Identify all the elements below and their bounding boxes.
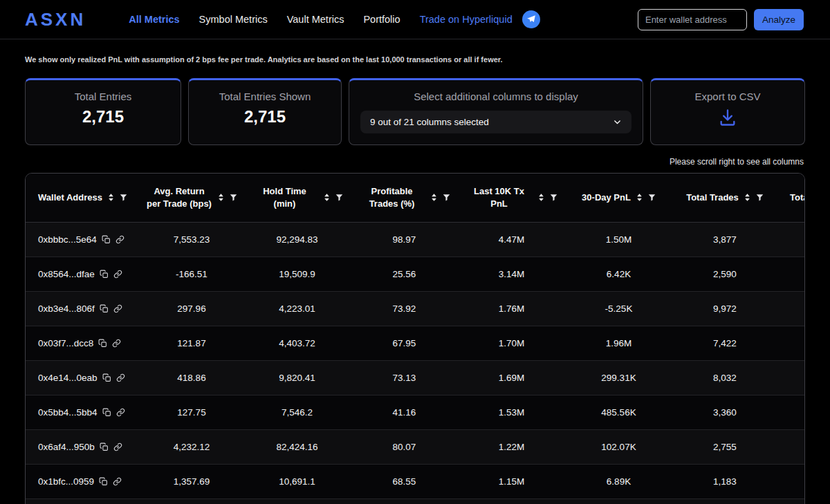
column-header-label: 30-Day PnL bbox=[582, 192, 631, 204]
nav-link-vault-metrics[interactable]: Vault Metrics bbox=[287, 14, 344, 25]
external-link-icon[interactable] bbox=[116, 373, 125, 382]
external-link-icon[interactable] bbox=[113, 270, 122, 279]
column-header: Avg. Return per Trade (bps) bbox=[140, 174, 243, 222]
disclaimer-text: We show only realized PnL with assumptio… bbox=[25, 55, 805, 64]
wallet-address: 0x5bb4...5bb4 bbox=[38, 407, 98, 418]
chevron-down-icon bbox=[613, 118, 622, 127]
column-header: Hold Time (min) bbox=[243, 174, 351, 222]
metrics-table: Wallet Address Avg. Return per Trade (bp… bbox=[25, 173, 805, 504]
column-header-label: Avg. Return per Trade (bps) bbox=[146, 185, 212, 209]
total-entries-value: 2,715 bbox=[37, 107, 169, 127]
external-link-icon[interactable] bbox=[113, 304, 122, 313]
export-csv-label: Export to CSV bbox=[662, 91, 793, 102]
nav-link-portfolio[interactable]: Portfolio bbox=[363, 14, 400, 25]
summary-cards: Total Entries 2,715 Total Entries Shown … bbox=[25, 78, 805, 145]
copy-icon[interactable] bbox=[102, 408, 111, 417]
copy-icon[interactable] bbox=[98, 339, 107, 348]
table-row[interactable]: 0x1bfc...0959 1,357.6910,691.168.55 1.15… bbox=[26, 464, 805, 498]
wallet-address: 0x6af4...950b bbox=[38, 442, 95, 452]
table-row[interactable]: 0x5bb4...5bb4 127.757,546.241.16 1.53M48… bbox=[26, 395, 805, 429]
column-header-label: Tota bbox=[790, 192, 805, 204]
sort-arrows-icon[interactable] bbox=[217, 193, 225, 202]
funnel-icon[interactable] bbox=[335, 194, 343, 201]
column-header-label: Profitable Trades (%) bbox=[359, 185, 425, 209]
column-select-label: Select additional columns to display bbox=[360, 91, 631, 102]
column-header: Profitable Trades (%) bbox=[351, 174, 458, 222]
nav-links: All Metrics Symbol Metrics Vault Metrics… bbox=[129, 14, 512, 25]
copy-icon[interactable] bbox=[100, 304, 109, 313]
wallet-address: 0xbbbc...5e64 bbox=[38, 234, 97, 245]
copy-icon[interactable] bbox=[102, 235, 111, 244]
sort-arrows-icon[interactable] bbox=[107, 193, 115, 202]
funnel-icon[interactable] bbox=[443, 194, 450, 201]
table-header-row: Wallet Address Avg. Return per Trade (bp… bbox=[26, 174, 805, 222]
funnel-icon[interactable] bbox=[550, 194, 557, 201]
external-link-icon[interactable] bbox=[116, 408, 125, 417]
column-header: Tota bbox=[777, 174, 805, 222]
column-header: 30-Day PnL bbox=[565, 174, 672, 222]
wallet-address-input[interactable] bbox=[638, 9, 747, 30]
table-row[interactable]: 0x8564...dfae -166.5119,509.925.56 3.14M… bbox=[26, 256, 805, 291]
external-link-icon[interactable] bbox=[116, 235, 124, 244]
paper-plane-icon bbox=[526, 15, 536, 24]
nav-link-all-metrics[interactable]: All Metrics bbox=[129, 14, 179, 25]
wallet-address: 0x03f7...dcc8 bbox=[38, 338, 93, 348]
table-row[interactable]: 0x6af4...950b 4,232.1282,424.1680.07 1.2… bbox=[26, 429, 805, 464]
total-entries-shown-value: 2,715 bbox=[200, 107, 330, 127]
top-navbar: ASXN All Metrics Symbol Metrics Vault Me… bbox=[0, 0, 830, 39]
table-row[interactable]: 0x4e14...0eab 418.869,820.4173.13 1.69M2… bbox=[26, 360, 805, 395]
scroll-right-hint: Please scroll right to see all columns bbox=[26, 157, 804, 167]
funnel-icon[interactable] bbox=[756, 194, 764, 201]
wallet-address: 0xb3e4...806f bbox=[38, 304, 95, 314]
total-entries-shown-label: Total Entries Shown bbox=[200, 91, 330, 102]
table-body: 0xbbbc...5e64 7,553.2392,294.8398.97 4.4… bbox=[26, 222, 805, 504]
copy-icon[interactable] bbox=[99, 477, 108, 486]
copy-icon[interactable] bbox=[100, 442, 109, 451]
external-link-icon[interactable] bbox=[113, 477, 122, 486]
total-entries-shown-card: Total Entries Shown 2,715 bbox=[188, 78, 342, 145]
sort-arrows-icon[interactable] bbox=[537, 193, 545, 202]
sort-arrows-icon[interactable] bbox=[323, 193, 331, 202]
sort-arrows-icon[interactable] bbox=[744, 193, 751, 202]
wallet-address: 0x4e14...0eab bbox=[38, 373, 98, 383]
wallet-address: 0x1bfc...0959 bbox=[38, 476, 94, 487]
columns-dropdown-value: 9 out of 21 columns selected bbox=[370, 117, 489, 127]
table-row-partial bbox=[26, 498, 805, 504]
asxn-logo[interactable]: ASXN bbox=[25, 9, 86, 30]
column-header-label: Hold Time (min) bbox=[252, 185, 318, 209]
total-entries-label: Total Entries bbox=[37, 91, 169, 102]
nav-link-trade-on-hyperliquid[interactable]: Trade on Hyperliquid bbox=[420, 14, 513, 25]
funnel-icon[interactable] bbox=[230, 194, 237, 201]
external-link-icon[interactable] bbox=[112, 339, 121, 348]
column-header: Total Trades bbox=[672, 174, 777, 222]
column-header: Last 10K Tx PnL bbox=[458, 174, 565, 222]
navbar-right: Analyze bbox=[638, 9, 804, 30]
column-header-label: Wallet Address bbox=[38, 192, 102, 204]
wallet-address: 0x8564...dfae bbox=[38, 269, 95, 279]
columns-dropdown[interactable]: 9 out of 21 columns selected bbox=[360, 111, 631, 133]
table-row[interactable]: 0xbbbc...5e64 7,553.2392,294.8398.97 4.4… bbox=[26, 222, 805, 256]
sort-arrows-icon[interactable] bbox=[430, 193, 438, 202]
copy-icon[interactable] bbox=[102, 373, 111, 382]
copy-icon[interactable] bbox=[100, 270, 109, 279]
nav-link-symbol-metrics[interactable]: Symbol Metrics bbox=[199, 14, 268, 25]
column-header-label: Total Trades bbox=[686, 192, 739, 204]
sort-arrows-icon[interactable] bbox=[636, 193, 643, 202]
external-link-icon[interactable] bbox=[113, 442, 122, 451]
funnel-icon[interactable] bbox=[120, 194, 127, 201]
column-header-label: Last 10K Tx PnL bbox=[466, 185, 533, 209]
total-entries-card: Total Entries 2,715 bbox=[25, 78, 181, 145]
export-csv-card[interactable]: Export to CSV bbox=[650, 78, 805, 145]
table-row[interactable]: 0x03f7...dcc8 121.874,403.7267.95 1.70M1… bbox=[26, 326, 805, 360]
funnel-icon[interactable] bbox=[648, 194, 656, 201]
column-select-card: Select additional columns to display 9 o… bbox=[349, 78, 643, 145]
telegram-icon[interactable] bbox=[522, 10, 540, 28]
analyze-button[interactable]: Analyze bbox=[754, 9, 804, 30]
column-header: Wallet Address bbox=[26, 174, 140, 222]
download-icon[interactable] bbox=[718, 108, 737, 127]
table-row[interactable]: 0xb3e4...806f 297.964,223.0173.92 1.76M-… bbox=[26, 291, 805, 326]
